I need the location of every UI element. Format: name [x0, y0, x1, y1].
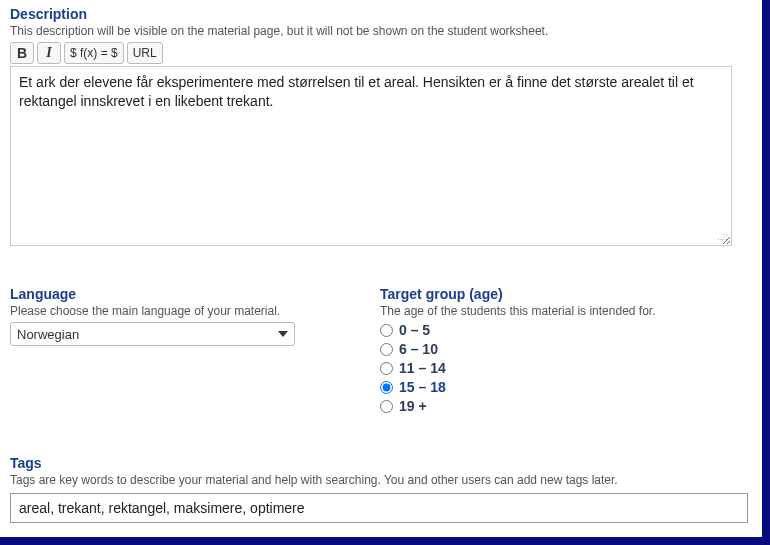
radio-0-5[interactable]: 0 – 5: [380, 322, 752, 338]
target-group-section: Target group (age) The age of the studen…: [380, 286, 752, 417]
radio-input-19-plus[interactable]: [380, 400, 393, 413]
url-button[interactable]: URL: [127, 42, 163, 64]
target-group-title: Target group (age): [380, 286, 752, 302]
radio-6-10[interactable]: 6 – 10: [380, 341, 752, 357]
language-hint: Please choose the main language of your …: [10, 304, 380, 318]
radio-input-11-14[interactable]: [380, 362, 393, 375]
language-title: Language: [10, 286, 380, 302]
radio-input-6-10[interactable]: [380, 343, 393, 356]
radio-19-plus[interactable]: 19 +: [380, 398, 752, 414]
tags-input[interactable]: [10, 493, 748, 523]
description-toolbar: B I $ f(x) = $ URL: [10, 42, 752, 64]
tags-hint: Tags are key words to describe your mate…: [10, 473, 752, 487]
tags-title: Tags: [10, 455, 752, 471]
italic-button[interactable]: I: [37, 42, 61, 64]
formula-button[interactable]: $ f(x) = $: [64, 42, 124, 64]
description-text: Et ark der elevene får eksperimentere me…: [19, 74, 694, 109]
radio-15-18[interactable]: 15 – 18: [380, 379, 752, 395]
resize-grip-icon: ..::: [717, 230, 728, 244]
radio-label-0-5: 0 – 5: [399, 322, 430, 338]
tags-section: Tags Tags are key words to describe your…: [10, 455, 752, 523]
description-hint: This description will be visible on the …: [10, 24, 752, 38]
target-group-radios: 0 – 5 6 – 10 11 – 14 15 – 18 19 +: [380, 322, 752, 414]
radio-label-15-18: 15 – 18: [399, 379, 446, 395]
radio-input-0-5[interactable]: [380, 324, 393, 337]
radio-input-15-18[interactable]: [380, 381, 393, 394]
description-title: Description: [10, 6, 752, 22]
radio-label-11-14: 11 – 14: [399, 360, 446, 376]
description-section: Description This description will be vis…: [10, 6, 752, 246]
language-section: Language Please choose the main language…: [10, 286, 380, 417]
bold-button[interactable]: B: [10, 42, 34, 64]
target-group-hint: The age of the students this material is…: [380, 304, 752, 318]
chevron-down-icon: [278, 331, 288, 337]
language-selected-value: Norwegian: [17, 327, 79, 342]
radio-11-14[interactable]: 11 – 14: [380, 360, 752, 376]
language-select[interactable]: Norwegian: [10, 322, 295, 346]
radio-label-19-plus: 19 +: [399, 398, 427, 414]
radio-label-6-10: 6 – 10: [399, 341, 438, 357]
description-textarea[interactable]: Et ark der elevene får eksperimentere me…: [10, 66, 732, 246]
